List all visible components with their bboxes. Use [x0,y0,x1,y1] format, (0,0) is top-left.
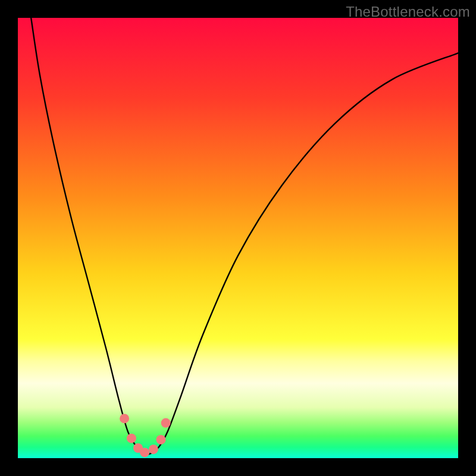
bottleneck-curve [31,18,458,455]
highlight-markers [120,414,171,457]
marker-point [161,418,171,428]
watermark-text: TheBottleneck.com [346,4,470,20]
marker-point [140,447,149,457]
marker-point [127,434,136,443]
marker-point [149,444,158,454]
plot-frame [18,18,458,458]
marker-point [156,435,166,444]
curve-layer [18,18,458,458]
marker-point [120,414,129,423]
